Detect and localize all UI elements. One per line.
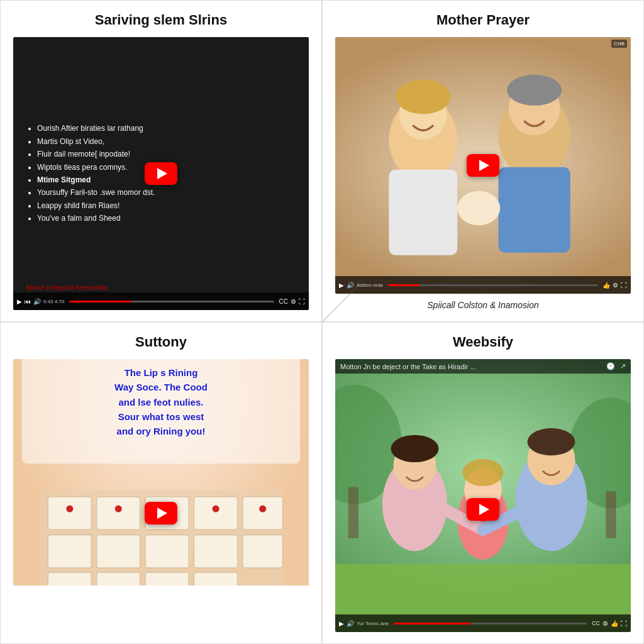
svg-rect-27 xyxy=(243,535,283,569)
settings-icon[interactable]: ⚙ xyxy=(291,298,296,305)
clock-icon[interactable]: 🕐 xyxy=(606,362,615,370)
cell-1-bottom-red: Miand a heportd hemiunsfio xyxy=(26,284,296,291)
bullet-3: Fluir dail memote[ inpodate! xyxy=(37,148,296,160)
svg-rect-22 xyxy=(243,497,283,530)
progress-bar-4[interactable] xyxy=(394,623,587,625)
cell-3-video[interactable]: The Lip s RiningWay Soce. The Coodand ls… xyxy=(13,359,309,586)
cell-2: Mother Prayer xyxy=(322,0,644,322)
svg-rect-19 xyxy=(97,497,140,530)
svg-point-37 xyxy=(259,506,266,513)
fullscreen-icon-4[interactable]: ⛶ xyxy=(621,620,627,627)
cell-4-title: Weebsify xyxy=(335,334,631,350)
svg-rect-26 xyxy=(194,535,238,569)
like-icon-4[interactable]: 👍 xyxy=(611,620,618,627)
cell-2-controls: ▶ 🔊 Adilion rinta 👍 ⚙ ⛶ xyxy=(335,276,631,294)
cell-1-video[interactable]: Ourish Aftier biraties lar rathang Marti… xyxy=(13,37,309,310)
cell-3: Suttony xyxy=(0,322,322,644)
svg-point-9 xyxy=(457,191,500,225)
share-icon[interactable]: ↗ xyxy=(620,362,626,370)
cell-4-controls: ▶ 🔊 Yur Tonnc.ane CC ⚙ 👍 ⛶ xyxy=(335,614,631,632)
cell-1-title: Sariving slem Slrins xyxy=(13,12,309,28)
svg-rect-3 xyxy=(389,170,457,255)
cell-2-subtitle: Spiicall Colston & Inamosion xyxy=(427,300,538,310)
cell-2-title: Mother Prayer xyxy=(335,12,631,28)
cell-4-top-bar-text: Motton Jn be deject or the Take as Hirad… xyxy=(340,363,476,370)
svg-point-49 xyxy=(462,459,503,486)
cell-4: Weebsify xyxy=(322,322,644,644)
bullet-6: Yoursuffy Faril-sto .swe momor dst. xyxy=(37,186,296,199)
svg-rect-30 xyxy=(145,572,189,586)
bullet-7: Leappy shild firan Riaes! xyxy=(37,199,296,212)
cc-icon-4[interactable]: CC xyxy=(592,620,600,626)
cell-2-play-button[interactable] xyxy=(467,154,499,177)
svg-rect-41 xyxy=(348,487,358,538)
family-svg xyxy=(335,359,631,632)
svg-point-33 xyxy=(66,506,73,513)
svg-rect-21 xyxy=(194,497,238,530)
cell-4-top-bar: Motton Jn be deject or the Take as Hirad… xyxy=(335,359,631,374)
ctrl-right: CC ⚙ ⛶ xyxy=(279,298,305,305)
top-bar-icons: 🕐 ↗ xyxy=(606,362,626,370)
ctrl-right-4: CC ⚙ 👍 ⛶ xyxy=(592,620,627,627)
svg-rect-25 xyxy=(145,535,189,569)
cell-4-video[interactable]: Motton Jn be deject or the Take as Hirad… xyxy=(335,359,631,632)
svg-point-34 xyxy=(115,506,122,513)
cell-3-play-button[interactable] xyxy=(145,502,177,525)
progress-bar-2[interactable] xyxy=(388,284,597,286)
svg-rect-31 xyxy=(194,572,238,586)
progress-fill-4 xyxy=(394,623,471,625)
svg-rect-29 xyxy=(97,572,140,586)
progress-fill-2 xyxy=(388,284,419,286)
ctrl-right-2: 👍 ⚙ ⛶ xyxy=(602,282,627,289)
svg-point-8 xyxy=(507,75,562,106)
cell-1: Sariving slem Slrins Ourish Aftier birat… xyxy=(0,0,322,322)
cell-1-video-bg: Ourish Aftier biraties lar rathang Marti… xyxy=(13,37,309,310)
cell-4-play-button[interactable] xyxy=(467,498,499,521)
volume-icon-2[interactable]: 🔊 xyxy=(347,282,354,289)
settings-icon-4[interactable]: ⚙ xyxy=(602,620,608,627)
bullet-1: Ourish Aftier biraties lar rathang xyxy=(37,122,296,135)
like-icon[interactable]: 👍 xyxy=(602,282,610,289)
family-image: Motton Jn be deject or the Take as Hirad… xyxy=(335,359,631,632)
time-display: 0:43 4:70 xyxy=(43,299,64,304)
couple-image: CHB ▶ 🔊 Adilion rinta 👍 ⚙ ⛶ xyxy=(335,37,631,294)
play-icon[interactable]: ▶ xyxy=(17,298,22,305)
progress-bar[interactable] xyxy=(69,301,274,303)
cake-image: The Lip s RiningWay Soce. The Coodand ls… xyxy=(13,359,309,586)
svg-rect-23 xyxy=(48,535,91,569)
svg-rect-28 xyxy=(48,572,91,586)
svg-rect-42 xyxy=(606,491,616,538)
play-icon-4[interactable]: ▶ xyxy=(339,620,344,627)
bullet-8: You've a falm and Sheed xyxy=(37,212,296,225)
svg-point-36 xyxy=(213,506,219,513)
time-display-4: Yur Tonnc.ane xyxy=(357,621,389,626)
main-grid: Sariving slem Slrins Ourish Aftier birat… xyxy=(0,0,644,644)
svg-rect-18 xyxy=(48,497,91,530)
svg-point-52 xyxy=(528,428,575,455)
volume-icon-4[interactable]: 🔊 xyxy=(347,620,354,627)
fullscreen-icon-2[interactable]: ⛶ xyxy=(621,282,627,289)
subtitle-icon[interactable]: CC xyxy=(279,298,288,305)
cell-2-badge: CHB xyxy=(611,40,627,48)
cake-overlay-text: The Lip s RiningWay Soce. The Coodand ls… xyxy=(22,365,300,438)
time-display-2: Adilion rinta xyxy=(357,282,383,288)
cell-3-title: Suttony xyxy=(13,334,309,350)
play-icon-2[interactable]: ▶ xyxy=(339,282,344,289)
bullet-2: Martis Olip st Video, xyxy=(37,135,296,148)
skip-back-icon[interactable]: ⏮ xyxy=(25,298,31,305)
cell-2-video[interactable]: CHB ▶ 🔊 Adilion rinta 👍 ⚙ ⛶ xyxy=(335,37,631,294)
fullscreen-icon[interactable]: ⛶ xyxy=(299,298,305,305)
svg-rect-24 xyxy=(97,535,140,569)
settings-icon-2[interactable]: ⚙ xyxy=(613,282,618,289)
svg-rect-6 xyxy=(498,167,570,253)
svg-point-7 xyxy=(396,80,450,114)
progress-fill xyxy=(69,301,131,303)
cake-text-overlay: The Lip s RiningWay Soce. The Coodand ls… xyxy=(22,365,300,438)
volume-icon[interactable]: 🔊 xyxy=(33,298,41,305)
svg-point-46 xyxy=(391,435,439,462)
cell-1-play-button[interactable] xyxy=(145,162,177,185)
cell-1-controls: ▶ ⏮ 🔊 0:43 4:70 CC ⚙ ⛶ xyxy=(13,292,309,310)
